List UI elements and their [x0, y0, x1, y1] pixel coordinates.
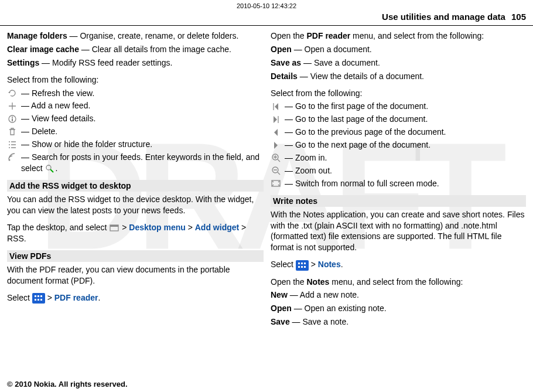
- pdf-select-path: Select > PDF reader.: [7, 292, 264, 304]
- desc: — Go to the previous page of the documen…: [285, 127, 446, 138]
- refresh-row: — Refresh the view.: [7, 88, 264, 99]
- desc: — Save a note.: [290, 317, 348, 326]
- app-grid-icon: [32, 293, 45, 304]
- plus-icon: [7, 101, 18, 111]
- svg-point-3: [9, 159, 11, 161]
- saveas-item: Save as — Save a document.: [271, 57, 526, 69]
- link-pdf-reader: PDF reader: [54, 293, 98, 302]
- term: Settings: [7, 58, 39, 67]
- next-page-row: — Go to the next page of the document.: [271, 139, 526, 151]
- notes-menu-intro: Open the Notes menu, and select from the…: [271, 277, 526, 288]
- desc: — Zoom out.: [285, 165, 332, 176]
- desc: — Go to the next page of the document.: [285, 139, 430, 151]
- notes-desc: With the Notes application, you can crea…: [271, 209, 526, 254]
- t: Tap the desktop, and select: [7, 223, 109, 232]
- fullscreen-icon: [271, 178, 281, 189]
- term: New: [271, 290, 288, 299]
- desc: — View feed details.: [21, 113, 95, 124]
- desc: — Show or hide the folder structure.: [21, 139, 152, 150]
- term: Manage folders: [7, 31, 67, 40]
- term: Open: [271, 304, 292, 313]
- save-note-item: Save — Save a note.: [271, 316, 526, 328]
- left-column: Manage folders — Organise, create, renam…: [7, 30, 267, 330]
- info-icon: [7, 114, 18, 124]
- last-page-icon: [271, 114, 281, 125]
- desc: — Open an existing note.: [292, 304, 387, 313]
- page-header: Use utilities and manage data 105: [0, 9, 533, 26]
- next-page-icon: [271, 140, 281, 151]
- gt: >: [122, 223, 129, 232]
- zoom-out-icon: [271, 165, 281, 176]
- term: Save as: [271, 58, 301, 67]
- desc: — View the details of a document.: [298, 71, 424, 81]
- search-go-icon: [45, 163, 55, 174]
- term: Save: [271, 317, 290, 326]
- desc: — Add a new note.: [288, 290, 359, 299]
- gt: >: [311, 260, 318, 269]
- t: menu, and select from the following:: [350, 31, 484, 40]
- first-page-icon: [271, 101, 281, 112]
- link-add-widget: Add widget: [195, 223, 239, 232]
- view-pdfs-heading: View PDFs: [7, 250, 264, 262]
- t: Open the: [271, 31, 307, 40]
- trash-icon: [7, 127, 18, 137]
- link-desktop-menu: Desktop menu: [129, 223, 185, 232]
- desc: — Save a document.: [301, 58, 380, 67]
- term: PDF reader: [307, 31, 351, 40]
- clear-cache-item: Clear image cache — Clear all details fr…: [7, 44, 264, 55]
- desc: — Clear all details from the image cache…: [79, 45, 231, 54]
- manage-folders-item: Manage folders — Organise, create, renam…: [7, 30, 264, 42]
- dot: .: [98, 293, 100, 302]
- view-details-row: — View feed details.: [7, 113, 264, 124]
- dot: .: [341, 260, 343, 269]
- header-title: Use utilities and manage data: [382, 12, 505, 22]
- desc: — Zoom in.: [285, 152, 327, 163]
- gt: >: [47, 293, 54, 302]
- copyright-footer: © 2010 Nokia. All rights reserved.: [7, 380, 128, 388]
- title-area-icon: [109, 223, 119, 233]
- zoom-out-row: — Zoom out.: [271, 165, 526, 176]
- rss-widget-desc: You can add the RSS widget to the device…: [7, 194, 264, 216]
- open-note-item: Open — Open an existing note.: [271, 303, 526, 314]
- link-notes: Notes: [318, 260, 341, 269]
- right-column: Open the PDF reader menu, and select fro…: [267, 30, 527, 330]
- refresh-icon: [7, 88, 18, 98]
- desc: — Modify RSS feed reader settings.: [39, 58, 172, 67]
- desc: — Organise, create, rename, or delete fo…: [67, 31, 239, 40]
- timestamp: 2010-05-10 12:43:22: [0, 0, 533, 9]
- rss-widget-path: Tap the desktop, and select > Desktop me…: [7, 222, 264, 244]
- desc: — Switch from normal to full screen mode…: [285, 178, 439, 189]
- select-prompt: Select from the following:: [7, 74, 264, 86]
- pdf-menu-intro: Open the PDF reader menu, and select fro…: [271, 30, 526, 42]
- desc: — Delete.: [21, 126, 57, 137]
- details-item: Details — View the details of a document…: [271, 71, 526, 82]
- term: Details: [271, 71, 298, 81]
- svg-rect-2: [12, 118, 13, 121]
- search-rss-icon: [7, 152, 18, 162]
- first-page-row: — Go to the first page of the document.: [271, 101, 526, 112]
- last-page-row: — Go to the last page of the document.: [271, 114, 526, 125]
- delete-row: — Delete.: [7, 126, 264, 137]
- prev-page-row: — Go to the previous page of the documen…: [271, 127, 526, 138]
- t: Select: [7, 293, 32, 302]
- fullscreen-row: — Switch from normal to full screen mode…: [271, 178, 526, 189]
- write-notes-heading: Write notes: [271, 195, 526, 207]
- zoom-in-icon: [271, 152, 281, 163]
- term: Notes: [307, 277, 330, 287]
- desc: — Open a document.: [292, 45, 372, 54]
- svg-point-4: [46, 165, 51, 170]
- app-grid-icon: [296, 260, 309, 271]
- desc: — Search for posts in your feeds. Enter …: [21, 152, 264, 174]
- term: Open: [271, 45, 292, 54]
- svg-rect-1: [12, 117, 13, 118]
- pdf-desc: With the PDF reader, you can view docume…: [7, 264, 264, 287]
- desc: — Go to the first page of the document.: [285, 101, 428, 112]
- gt: >: [188, 223, 195, 232]
- desc: — Refresh the view.: [21, 88, 94, 99]
- t: Select: [271, 260, 296, 269]
- settings-item: Settings — Modify RSS feed reader settin…: [7, 57, 264, 69]
- t: menu, and select from the following:: [329, 277, 463, 287]
- add-feed-row: — Add a new feed.: [7, 100, 264, 111]
- page-number: 105: [511, 12, 526, 22]
- desc: — Add a new feed.: [21, 100, 90, 111]
